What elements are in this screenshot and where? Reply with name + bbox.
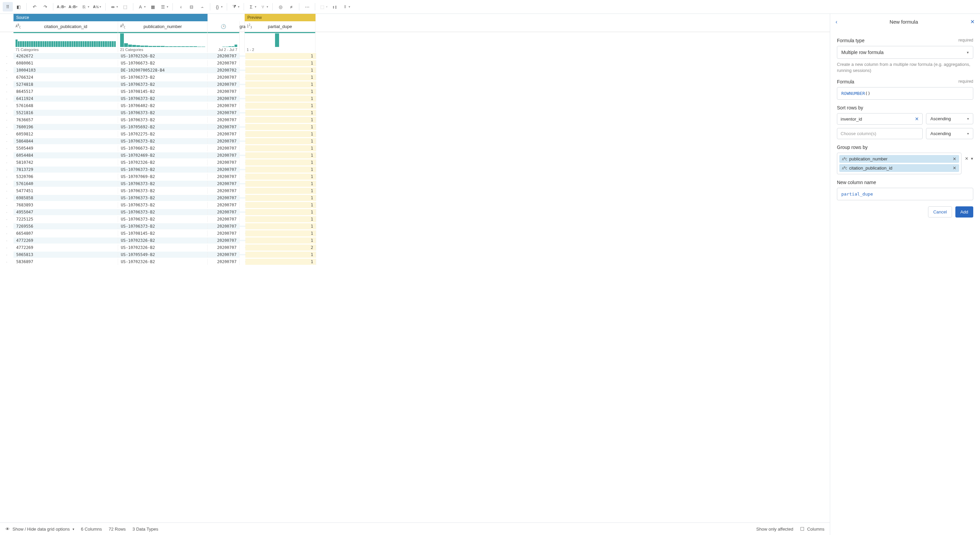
table-row[interactable]: ·5761640US-10706373-B2202007071: [0, 180, 830, 187]
table-row[interactable]: ·7269556US-10706373-B2202007071: [0, 223, 830, 230]
table-row[interactable]: ·7813729US-10706373-B2202007071: [0, 166, 830, 173]
row-handle[interactable]: ·: [0, 160, 13, 165]
table-row[interactable]: ·7225125US-10706373-B2202007071: [0, 216, 830, 223]
histogram-citation-id[interactable]: 71 Categories: [13, 32, 118, 52]
row-handle[interactable]: ·: [0, 124, 13, 130]
sort-direction-select[interactable]: Ascending▾: [926, 113, 973, 124]
row-handle[interactable]: ·: [0, 181, 13, 187]
row-handle[interactable]: ·: [0, 202, 13, 208]
row-handle[interactable]: ·: [0, 139, 13, 144]
row-handle[interactable]: ·: [0, 89, 13, 94]
table-row[interactable]: ·6059812US-10702275-B2202007071: [0, 130, 830, 137]
row-handle[interactable]: ·: [0, 238, 13, 243]
row-handle[interactable]: ·: [0, 188, 13, 193]
row-handle[interactable]: ·: [0, 75, 13, 80]
table-row[interactable]: ·7636657US-10706373-B2202007071: [0, 116, 830, 123]
row-handle[interactable]: ·: [0, 252, 13, 257]
histogram-dupe[interactable]: 1 - 2: [245, 32, 315, 52]
row-handle[interactable]: ·: [0, 131, 13, 137]
row-handle[interactable]: ·: [0, 96, 13, 101]
close-button[interactable]: ✕: [970, 19, 975, 25]
row-handle[interactable]: ·: [0, 224, 13, 229]
row-handle[interactable]: ·: [0, 67, 13, 73]
row-handle[interactable]: ·: [0, 153, 13, 158]
formula-type-select[interactable]: Multiple row formula ▾: [837, 46, 973, 59]
col-header-dupe[interactable]: 123 partial_dupe: [245, 21, 315, 32]
show-hide-options[interactable]: 👁 Show / Hide data grid options ▾: [5, 527, 74, 532]
show-only-affected[interactable]: Show only affected: [756, 527, 793, 532]
row-handle[interactable]: ·: [0, 103, 13, 109]
row-handle[interactable]: ·: [0, 195, 13, 201]
rows-icon[interactable]: ☰▾: [159, 2, 170, 11]
row-handle[interactable]: ·: [0, 174, 13, 179]
group-tag[interactable]: ABCpublication_number✕: [839, 155, 959, 163]
redo-icon[interactable]: ↷: [40, 2, 50, 11]
layout-panel-icon[interactable]: ◧: [13, 2, 24, 11]
cancel-button[interactable]: Cancel: [928, 206, 951, 217]
more-icon[interactable]: ⋯: [302, 2, 312, 11]
not-equal-icon[interactable]: ≠: [286, 2, 296, 11]
equalizer-icon[interactable]: ⦀▾: [340, 2, 352, 11]
table-row[interactable]: ·5320706US-10707069-B2202007071: [0, 173, 830, 180]
add-button[interactable]: Add: [955, 206, 973, 217]
braces-icon[interactable]: {}▾: [213, 2, 224, 11]
row-handle[interactable]: ·: [0, 145, 13, 151]
grid-apps-icon[interactable]: ⠿: [3, 2, 13, 11]
split-h-icon[interactable]: ⇹▾: [108, 2, 119, 11]
col-header-citation-id[interactable]: ABC citation_publication_id: [13, 21, 118, 32]
table-row[interactable]: ·5761648US-10706402-B2202007071: [0, 102, 830, 109]
table-row[interactable]: ·6654807US-10708145-B2202007071: [0, 230, 830, 237]
table-row[interactable]: ·5521816US-10706373-B2202007071: [0, 109, 830, 116]
remove-tag-icon[interactable]: ✕: [953, 166, 956, 171]
table-row[interactable]: ·6985858US-10706373-B2202007071: [0, 194, 830, 201]
table-row[interactable]: ·5810742US-10702326-B2202007071: [0, 159, 830, 166]
table-icon[interactable]: ▦: [148, 2, 158, 11]
row-handle[interactable]: ·: [0, 110, 13, 115]
table-row[interactable]: ·5065813US-10705549-B2202007071: [0, 251, 830, 258]
col-header-date[interactable]: 🕑: [208, 21, 240, 32]
table-row[interactable]: ·6411924US-10706373-B2202007071: [0, 95, 830, 102]
histogram-date[interactable]: Jul 2 - Jul 7: [208, 32, 240, 52]
text-ab-down-icon[interactable]: A↕B▾: [68, 2, 79, 11]
branch-icon[interactable]: ⑂▾: [258, 2, 270, 11]
formula-input[interactable]: ROWNUMBER(): [837, 87, 973, 100]
row-handle[interactable]: ·: [0, 53, 13, 59]
font-icon[interactable]: A▾: [136, 2, 147, 11]
col-right-icon[interactable]: ⫠: [197, 2, 207, 11]
row-handle[interactable]: ·: [0, 245, 13, 250]
group-tags-input[interactable]: ABCpublication_number✕ABCcitation_public…: [837, 153, 961, 174]
histogram-pub-num[interactable]: 21 Categories: [118, 32, 208, 52]
text-ab-icon[interactable]: A↓B▾: [56, 2, 67, 11]
row-handle[interactable]: ·: [0, 209, 13, 215]
data-grid-body[interactable]: ·4262672US-10702326-B2202007071·6080061U…: [0, 52, 830, 522]
new-column-name-input[interactable]: partial_dupe: [837, 188, 973, 200]
table-row[interactable]: ·8645517US-10708145-B2202007071: [0, 88, 830, 95]
overlap-icon[interactable]: ◎: [275, 2, 285, 11]
col-left-icon[interactable]: ⫞: [175, 2, 186, 11]
col-header-gra[interactable]: gra: [240, 21, 245, 32]
table-row[interactable]: ·6080061US-10706673-B2202007071: [0, 59, 830, 67]
expand-col-icon[interactable]: ⬚: [120, 2, 130, 11]
row-handle[interactable]: ·: [0, 82, 13, 87]
table-row[interactable]: ·5505449US-10706673-B2202007071: [0, 145, 830, 152]
group-tag[interactable]: ABCcitation_publication_id✕: [839, 164, 959, 172]
col-header-pub-num[interactable]: ABC publication_number: [118, 21, 208, 32]
sort-direction-select[interactable]: Ascending▾: [926, 128, 973, 139]
sort-column-select[interactable]: Choose column(s): [837, 128, 923, 139]
row-handle[interactable]: ·: [0, 231, 13, 236]
export-icon[interactable]: ⎘▾: [80, 2, 91, 11]
table-row[interactable]: ·6766324US-10706373-B2202007071: [0, 73, 830, 81]
sort-column-select[interactable]: inventor_id✕: [837, 113, 923, 125]
clear-groups-icon[interactable]: ✕ ▾: [965, 156, 973, 161]
col-mid-icon[interactable]: ⊟: [186, 2, 196, 11]
table-row[interactable]: ·5836897US-10702326-B2202007071: [0, 258, 830, 265]
table-row[interactable]: ·4955047US-10706373-B2202007071: [0, 208, 830, 216]
table-row[interactable]: ·5274818US-10706373-B2202007071: [0, 81, 830, 88]
table-row[interactable]: ·7683893US-10706373-B2202007071: [0, 201, 830, 208]
filter-icon[interactable]: ⧩▾: [230, 2, 241, 11]
columns-button[interactable]: ☐ Columns: [800, 526, 824, 532]
row-handle[interactable]: ·: [0, 217, 13, 222]
table-row[interactable]: ·6054484US-10702469-B2202007071: [0, 152, 830, 159]
table-row[interactable]: ·10004103DE-102007005228-B4202007021: [0, 67, 830, 73]
row-handle[interactable]: ·: [0, 259, 13, 265]
